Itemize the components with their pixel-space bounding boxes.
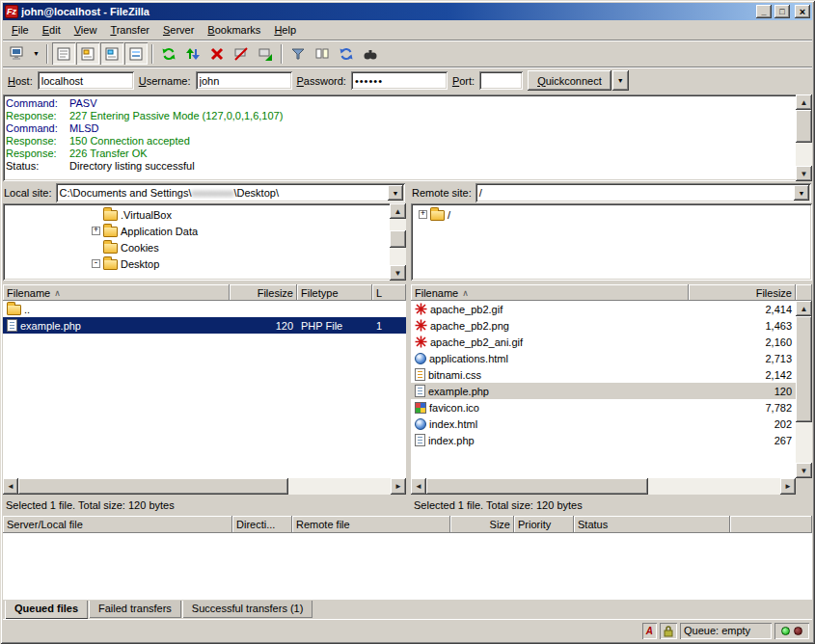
host-input[interactable]: [38, 71, 134, 90]
scroll-up-icon[interactable]: ▲: [796, 301, 812, 316]
password-input[interactable]: [351, 71, 448, 90]
scroll-right-icon[interactable]: ►: [780, 478, 796, 495]
sync-browsing-button[interactable]: [335, 42, 358, 65]
scroll-down-icon[interactable]: ▼: [796, 463, 812, 478]
scrollbar-thumb[interactable]: [796, 316, 812, 422]
scrollbar-thumb[interactable]: [18, 478, 288, 495]
menu-help[interactable]: Help: [267, 21, 303, 39]
scroll-down-icon[interactable]: ▼: [390, 265, 406, 281]
scrollbar-thumb[interactable]: [796, 110, 812, 143]
scrollbar-track[interactable]: [796, 316, 812, 463]
reconnect-button[interactable]: [254, 42, 277, 65]
toggle-message-log-button[interactable]: [52, 42, 75, 65]
file-row-example-php[interactable]: example.php 120: [411, 383, 796, 399]
scrollbar-track[interactable]: [18, 478, 391, 495]
log-scrollbar[interactable]: ▲ ▼: [796, 94, 812, 181]
tab-queued-files[interactable]: Queued files: [5, 601, 88, 619]
file-row-apache-pb2-png[interactable]: apache_pb2.png 1,463: [411, 317, 796, 334]
file-row-apache-pb2-gif[interactable]: apache_pb2.gif 2,414: [411, 301, 796, 317]
menu-edit[interactable]: Edit: [36, 21, 68, 39]
column-header-direction[interactable]: Directi...: [232, 516, 292, 533]
scroll-left-icon[interactable]: ◄: [411, 478, 426, 495]
menu-file[interactable]: File: [5, 21, 36, 39]
process-queue-button[interactable]: [181, 42, 204, 65]
maximize-button[interactable]: □: [774, 5, 790, 18]
redacted-username: xxxxxxxx: [192, 187, 234, 199]
scrollbar-thumb[interactable]: [390, 230, 406, 248]
site-manager-button[interactable]: [6, 42, 29, 65]
tree-item-application-data[interactable]: +Application Data: [3, 223, 390, 239]
tree-expand-icon[interactable]: +: [92, 227, 100, 235]
column-header-filename[interactable]: Filename∧: [3, 284, 230, 301]
username-input[interactable]: [196, 71, 292, 90]
local-tree-scrollbar[interactable]: ▲ ▼: [390, 203, 406, 281]
file-row-example-php[interactable]: example.php 120 PHP File 1: [3, 317, 406, 334]
remote-list-hscrollbar[interactable]: ◄ ►: [411, 478, 812, 495]
file-row-parent-directory[interactable]: ..: [3, 301, 406, 317]
menu-bookmarks[interactable]: Bookmarks: [201, 21, 267, 39]
titlebar[interactable]: Fz john@localhost - FileZilla _ □ ×: [3, 3, 812, 20]
scrollbar-thumb[interactable]: [426, 478, 648, 495]
file-row-index-html[interactable]: index.html 202: [411, 416, 796, 432]
column-header-priority[interactable]: Priority: [514, 516, 574, 533]
tree-item-desktop[interactable]: -Desktop: [3, 255, 390, 272]
port-input[interactable]: [479, 71, 523, 90]
toggle-queue-button[interactable]: [124, 42, 148, 65]
column-header-status[interactable]: Status: [574, 516, 730, 533]
compare-button[interactable]: [311, 42, 334, 65]
tree-item-virtualbox[interactable]: .VirtualBox: [3, 206, 390, 223]
scrollbar-track[interactable]: [426, 478, 780, 495]
tree-item-root[interactable]: +/: [411, 206, 812, 223]
column-header-filename[interactable]: Filename∧: [411, 284, 689, 301]
column-header-server-local-file[interactable]: Server/Local file: [3, 516, 232, 533]
file-row-favicon-ico[interactable]: favicon.ico 7,782: [411, 399, 796, 416]
cancel-button[interactable]: [205, 42, 229, 65]
toggle-remote-tree-button[interactable]: [100, 42, 123, 65]
scroll-left-icon[interactable]: ◄: [3, 478, 18, 495]
scroll-down-icon[interactable]: ▼: [796, 166, 812, 181]
remote-site-dropdown-button[interactable]: ▼: [794, 185, 809, 201]
scrollbar-track[interactable]: [796, 110, 812, 166]
column-header-filesize[interactable]: Filesize: [230, 284, 297, 301]
column-header-last-modified[interactable]: L: [372, 284, 406, 301]
tab-failed-transfers[interactable]: Failed transfers: [89, 601, 181, 618]
local-list-hscrollbar[interactable]: ◄ ►: [3, 478, 406, 495]
scroll-up-icon[interactable]: ▲: [390, 203, 406, 219]
toggle-local-tree-button[interactable]: [76, 42, 99, 65]
tab-successful-transfers[interactable]: Successful transfers (1): [182, 601, 313, 618]
scrollbar-track[interactable]: [390, 219, 406, 265]
menu-transfer[interactable]: Transfer: [103, 21, 156, 39]
menu-view[interactable]: View: [68, 21, 104, 39]
column-header-remote-file[interactable]: Remote file: [292, 516, 450, 533]
file-row-bitnami-css[interactable]: bitnami.css 2,142: [411, 366, 796, 383]
scroll-right-icon[interactable]: ►: [391, 478, 406, 495]
local-list-header: Filename∧ Filesize Filetype L: [3, 284, 406, 301]
find-button[interactable]: [359, 42, 382, 65]
file-row-index-php[interactable]: index.php 267: [411, 432, 796, 448]
tree-collapse-icon[interactable]: -: [92, 259, 100, 268]
menu-server[interactable]: Server: [156, 21, 201, 39]
transfer-type-icon: A: [646, 626, 653, 636]
tree-expand-icon[interactable]: +: [419, 210, 427, 219]
column-header-filesize[interactable]: Filesize: [689, 284, 796, 301]
file-row-applications-html[interactable]: applications.html 2,713: [411, 350, 796, 366]
file-row-apache-pb2-ani-gif[interactable]: apache_pb2_ani.gif 2,160: [411, 334, 796, 350]
quickconnect-button[interactable]: Quickconnect: [528, 70, 611, 91]
minimize-button[interactable]: _: [756, 5, 772, 18]
remote-list-scrollbar[interactable]: ▲ ▼: [796, 301, 812, 478]
sync-browsing-icon: [339, 46, 354, 62]
remote-site-combo[interactable]: / ▼: [475, 183, 811, 202]
column-header-size[interactable]: Size: [450, 516, 514, 533]
local-site-dropdown-button[interactable]: ▼: [388, 185, 403, 201]
disconnect-button[interactable]: [230, 42, 253, 65]
close-button[interactable]: ×: [795, 5, 810, 18]
scroll-up-icon[interactable]: ▲: [796, 94, 812, 110]
tree-item-cookies[interactable]: Cookies: [3, 239, 390, 255]
refresh-button[interactable]: [157, 42, 180, 65]
site-manager-dropdown-button[interactable]: ▼: [30, 42, 42, 65]
folder-icon: [103, 227, 118, 237]
local-site-combo[interactable]: C:\Documents and Settings\xxxxxxxx\Deskt…: [56, 183, 405, 202]
column-header-filetype[interactable]: Filetype: [297, 284, 372, 301]
quickconnect-dropdown-button[interactable]: ▼: [612, 70, 629, 91]
filter-button[interactable]: [286, 42, 310, 65]
